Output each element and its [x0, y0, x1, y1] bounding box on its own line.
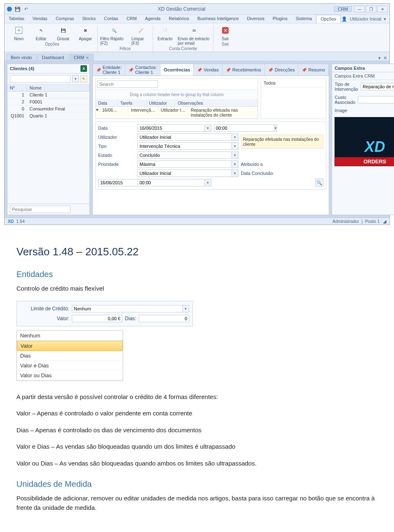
menu-tabelas[interactable]: Tabelas [5, 15, 28, 23]
menu-relatorios[interactable]: Relatórios [165, 15, 193, 23]
dropdown-icon[interactable]: ▾ [232, 161, 238, 168]
tabs-close-all-icon[interactable]: ✕ [383, 55, 387, 61]
xd-logo-icon: XD [364, 138, 385, 156]
menu-sistema[interactable]: Sistema [291, 15, 316, 23]
prioridade-field[interactable] [137, 161, 232, 168]
menu-diversos[interactable]: Diversos [243, 15, 269, 23]
orders-image[interactable]: XD ORDERS [334, 117, 394, 166]
doctab-close-icon[interactable]: ✕ [86, 56, 89, 60]
subtab-recebimentos[interactable]: 📌Recebimentos [222, 64, 265, 76]
clientes-row[interactable]: 0Consumidor Final [7, 105, 89, 112]
clientes-row[interactable]: 1Cliente 1 [7, 92, 89, 99]
hora-field[interactable] [214, 124, 275, 132]
ribbon-extracto-button[interactable]: 📄Extracto [156, 25, 174, 46]
todos-header[interactable]: Todos [261, 79, 326, 87]
menu-compras[interactable]: Compras [52, 15, 78, 23]
minimize-button[interactable]: — [354, 6, 365, 12]
qat-undo-icon[interactable]: ↶ [23, 6, 29, 12]
credit-option[interactable]: Nenhum [17, 331, 123, 341]
subtab-vendas[interactable]: 📌Vendas [194, 64, 222, 76]
tipo-field[interactable] [137, 142, 232, 150]
menu-stocks[interactable]: Stocks [78, 15, 100, 23]
sec-unidades-title: Unidades de Medida [16, 479, 378, 489]
svg-point-0 [7, 7, 12, 11]
doctab-crm[interactable]: CRM✕ [69, 54, 94, 61]
oc-col-obs[interactable]: Observações [175, 100, 258, 106]
atribuido-field[interactable] [137, 170, 232, 177]
ribbon-filtro-button[interactable]: 🔍Filtro Rápido (F2) [100, 25, 128, 46]
subtab-ocorrencias[interactable]: Ocorrências [160, 64, 194, 76]
tabs-dropdown-icon[interactable]: ▾ [378, 55, 381, 61]
ribbon-editar-button[interactable]: ✎Editar [32, 25, 50, 41]
clientes-row[interactable]: Q1001Quarto 1 [7, 112, 89, 119]
clientes-filter-clear[interactable]: ✎ [80, 75, 87, 83]
lbl-utilizador: Utilizador [98, 135, 135, 140]
pin-icon: 📌 [197, 68, 202, 72]
oc-col-tarefa[interactable]: Tarefa [118, 100, 147, 106]
dropdown-icon[interactable]: ▾ [232, 142, 238, 150]
menu-bi[interactable]: Business Inteligence [193, 15, 243, 23]
subtab-resumo[interactable]: 📌Resumo [298, 64, 329, 76]
ribbon-envio-email-button[interactable]: ✉Envio de extracto por email [178, 25, 211, 46]
utilizador-field[interactable] [137, 133, 232, 141]
credit-option[interactable]: Valor ou Dias [17, 371, 123, 381]
credit-option[interactable]: Valor e Dias [17, 361, 123, 371]
user-dropdown-icon[interactable]: ▾ [384, 16, 386, 22]
ribbon-limpar-button[interactable]: 🧹Limpar (F3) [131, 25, 150, 46]
limite-dropdown-icon[interactable]: ▾ [183, 305, 189, 312]
ribbon-gravar-button[interactable]: 💾Gravar [54, 25, 73, 41]
dias-field[interactable] [139, 315, 189, 322]
search-button[interactable]: 🔍 [315, 179, 323, 187]
time-picker-icon[interactable]: ▾ [205, 179, 211, 186]
nota-textarea[interactable]: Reparação efetuada nas instalações do cl… [241, 135, 323, 149]
horaconclusao-field[interactable] [137, 179, 205, 186]
valor-field[interactable] [72, 315, 122, 322]
tipo-intervencao-field[interactable] [361, 83, 394, 90]
doctab-bemvindo[interactable]: Bem vindo [6, 54, 37, 61]
valor-label: Valor: [20, 316, 69, 321]
limite-combo[interactable] [72, 305, 183, 312]
menu-plugins[interactable]: Plugins [268, 15, 291, 23]
resize-grip-icon[interactable]: ◢ [383, 219, 386, 224]
clientes-col-no[interactable]: Nº [7, 85, 27, 91]
data-field[interactable] [137, 124, 205, 132]
dropdown-icon[interactable]: ▾ [232, 170, 238, 177]
ribbon-apagar-button[interactable]: ✖Apagar [76, 25, 95, 41]
credit-option[interactable]: Valor [17, 341, 123, 351]
estado-field[interactable] [137, 151, 232, 159]
dropdown-icon[interactable]: ▾ [232, 133, 238, 141]
menu-contas[interactable]: Contas [100, 15, 122, 23]
lbl-tipo: Tipo [98, 144, 135, 149]
qat-save-icon[interactable]: 💾 [14, 6, 21, 12]
ocorrencias-row[interactable]: ▸ 16/06… Intervençã… Utilizador I… Repar… [96, 107, 258, 119]
subtab-contactos[interactable]: 📌Contactos: Cliente 1 [125, 64, 160, 76]
subtab-direccoes[interactable]: 📌Direcções [265, 64, 298, 76]
app-icon [6, 6, 13, 12]
ribbon-sair-button[interactable]: ✕Sair [216, 25, 235, 41]
clientes-col-nome[interactable]: Nome [27, 85, 89, 91]
oc-col-utilizador[interactable]: Utilizador [147, 100, 175, 106]
group-by-hint[interactable]: Drag a column header here to group by th… [96, 90, 258, 100]
clientes-filter-dropdown[interactable]: ▾ [72, 75, 79, 83]
time-picker-icon[interactable]: ▾ [275, 124, 277, 132]
credit-option[interactable]: Dias [17, 351, 123, 361]
ribbon-novo-button[interactable]: +Novo [9, 25, 28, 41]
menu-crm[interactable]: CRM [122, 15, 141, 23]
clientes-row[interactable]: 2F0001 [7, 99, 89, 105]
oc-col-data[interactable]: Data [96, 100, 118, 106]
doctab-dashboard[interactable]: Dashboard [37, 54, 69, 61]
export-excel-icon[interactable]: X [80, 65, 87, 72]
menu-agenda[interactable]: Agenda [141, 15, 165, 23]
campos-extra-subtitle: Campos Extra CRM [332, 72, 394, 80]
clientes-filter-input[interactable] [10, 75, 71, 83]
menu-vendas[interactable]: Vendas [28, 15, 52, 23]
clientes-search-input[interactable] [10, 206, 71, 213]
menu-opcoes[interactable]: Opções [316, 15, 341, 23]
ocorrencias-search-input[interactable] [97, 80, 158, 88]
close-button[interactable]: ✕ [377, 6, 388, 12]
dropdown-icon[interactable]: ▾ [232, 151, 238, 159]
date-picker-icon[interactable]: ▾ [205, 124, 211, 132]
subtab-entidade[interactable]: 📌Entidade: Cliente 1 [93, 64, 125, 76]
maximize-button[interactable]: ❐ [366, 6, 376, 12]
custo-field[interactable] [358, 96, 394, 103]
